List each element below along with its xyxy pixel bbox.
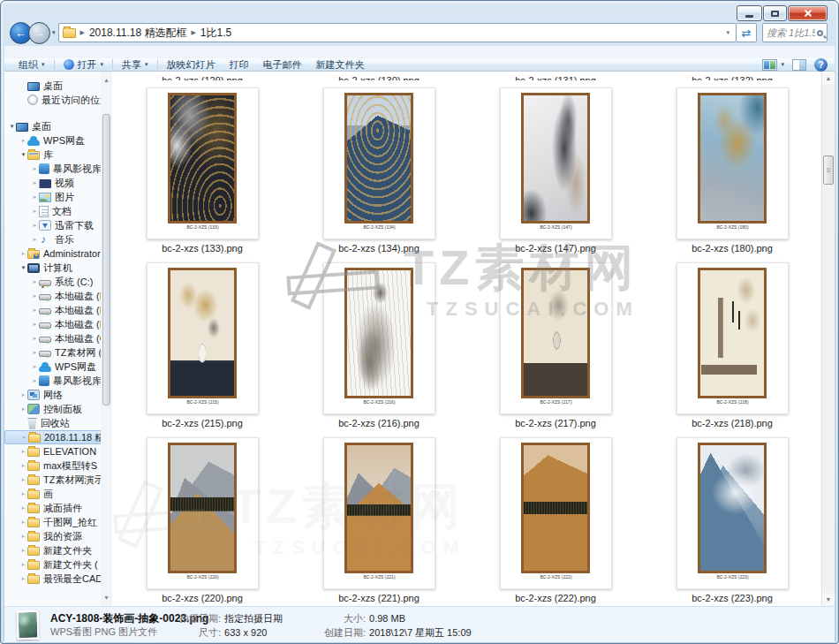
breadcrumb-label[interactable]: 2018.11.18 精选配框 [89,26,187,41]
tree-item[interactable]: ▸ 视频 [4,176,112,190]
sidebar-scrollbar[interactable]: ▲ ▼ [101,72,112,606]
twisty-icon[interactable]: ▸ [19,547,27,554]
twisty-icon[interactable]: ▸ [19,490,27,497]
file-name-clipped[interactable]: bc-2-xzs (131).png [467,72,644,80]
file-thumbnail[interactable]: BC-2-XZS (133) [147,87,259,239]
tree-item[interactable]: ▸ 控制面板 [4,402,112,416]
tree-item[interactable]: ▸ 画 [4,487,112,501]
file-item[interactable]: BC-2-XZS (221) bc-2-xzs (221).png [291,437,467,606]
twisty-icon[interactable]: ▸ [31,165,39,172]
file-name-label[interactable]: bc-2-xzs (133).png [114,243,291,254]
file-thumbnail[interactable]: BC-2-XZS (215) [147,262,259,414]
slideshow-button[interactable]: 放映幻灯片 [160,58,223,72]
twisty-icon[interactable]: ▸ [31,377,39,384]
scroll-up-icon[interactable]: ▲ [822,72,835,85]
content-scrollbar[interactable]: ▲ ▼ [821,72,835,606]
file-item[interactable]: BC-2-XZS (215) bc-2-xzs (215).png [114,262,291,437]
file-name-clipped[interactable]: bc-2-xzs (129).png [114,72,291,80]
shoot-date-value[interactable]: 指定拍摄日期 [224,611,283,625]
tree-item[interactable]: ▸ 本地磁盘 (D:) [4,289,112,303]
file-item[interactable]: BC-2-XZS (147) bc-2-xzs (147).png [467,87,644,262]
file-thumbnail[interactable]: BC-2-XZS (220) [147,437,259,589]
favorites-item[interactable]: 桌面 [4,79,112,93]
twisty-icon[interactable]: ▸ [19,391,27,398]
open-button[interactable]: 打开▾ [57,58,111,72]
minimize-button[interactable] [737,5,762,21]
breadcrumb-label[interactable]: 1比1.5 [200,26,231,41]
file-thumbnail[interactable]: BC-2-XZS (221) [323,437,435,589]
file-item[interactable]: BC-2-XZS (180) bc-2-xzs (180).png [644,87,820,262]
preview-pane-icon[interactable] [792,59,806,71]
twisty-icon[interactable]: ▸ [20,434,28,441]
tree-item[interactable]: ▸ 新建文件夹 ( [4,557,112,572]
email-button[interactable]: 电子邮件 [256,58,309,72]
twisty-icon[interactable]: ▾ [19,264,27,271]
file-name-label[interactable]: bc-2-xzs (220).png [114,593,291,603]
scroll-down-icon[interactable]: ▼ [822,593,835,606]
file-item[interactable]: BC-2-XZS (223) bc-2-xzs (223).png [644,437,820,606]
file-thumbnail[interactable]: BC-2-XZS (222) [500,437,612,589]
file-name-label[interactable]: bc-2-xzs (222).png [467,593,644,603]
tree-item[interactable]: ▸ 暴风影视库 [4,162,112,176]
file-name-label[interactable]: bc-2-xzs (221).png [291,593,467,603]
share-button[interactable]: 共享▾ [115,58,155,72]
tree-item[interactable]: ▸ WPS网盘 [4,360,112,374]
twisty-icon[interactable]: ▸ [19,575,27,582]
tree-item[interactable]: ▸ 迅雷下载 [4,218,112,232]
twisty-icon[interactable]: ▸ [19,405,27,413]
sidebar-scrollbar-thumb[interactable] [102,114,110,405]
print-button[interactable]: 打印 [223,58,256,72]
tree-item[interactable]: ▸ 我的资源 [4,529,112,543]
file-item[interactable]: BC-2-XZS (217) bc-2-xzs (217).png [467,262,644,437]
tree-item[interactable]: ▸ 文档 [4,204,112,218]
twisty-icon[interactable]: ▾ [8,123,16,130]
refresh-button[interactable]: ⇄ [737,23,757,42]
twisty-icon[interactable]: ▸ [31,292,39,299]
forward-button[interactable]: → [28,22,50,44]
scroll-up-icon[interactable]: ▲ [101,77,112,83]
tree-item[interactable]: ▸ 暴风影视库 [4,374,112,388]
file-name-label[interactable]: bc-2-xzs (215).png [114,418,291,428]
search-input[interactable]: 搜索 1比1.5 [762,23,828,42]
tree-item[interactable]: ▸ Administrator [4,246,112,261]
tree-item[interactable]: ▾ 库 [4,148,112,162]
twisty-icon[interactable]: ▸ [19,561,27,568]
twisty-icon[interactable]: ▸ [31,278,39,285]
tree-item[interactable]: ▸ 本地磁盘 (G:) [4,331,112,345]
new-folder-button[interactable]: 新建文件夹 [309,58,372,72]
file-item[interactable]: BC-2-XZS (134) bc-2-xzs (134).png [291,87,467,262]
tree-item[interactable]: ▸ 音乐 [4,232,112,246]
tree-item[interactable]: ▸ max模型转S [4,458,112,473]
file-item[interactable]: BC-2-XZS (222) bc-2-xzs (222).png [467,437,644,606]
tree-item[interactable]: ▸ 2018.11.18 精 [4,430,112,444]
twisty-icon[interactable]: ▸ [19,519,27,526]
change-view-dropdown-icon[interactable]: ▾ [781,61,784,68]
twisty-icon[interactable]: ▸ [31,307,39,314]
file-thumbnail[interactable]: BC-2-XZS (147) [500,87,612,239]
tree-item[interactable]: ▸ 本地磁盘 (F:) [4,317,112,331]
twisty-icon[interactable]: ▸ [19,250,27,257]
tree-item[interactable]: ▸ WPS网盘 [4,133,112,148]
file-item[interactable]: BC-2-XZS (133) bc-2-xzs (133).png [114,87,291,262]
twisty-icon[interactable]: ▸ [31,222,39,229]
twisty-icon[interactable]: ▸ [31,236,39,243]
tree-item[interactable]: ▸ TZ素材网 ( [4,345,112,360]
tree-item[interactable]: ▸ 千图网_抢红 [4,515,112,529]
twisty-icon[interactable]: ▸ [31,208,39,215]
breadcrumb[interactable]: ▾ ▶ 2018.11.18 精选配框 ▶ 1比1.5 [58,23,737,42]
twisty-icon[interactable]: ▸ [31,321,39,328]
file-name-clipped[interactable]: bc-2-xzs (130).png [291,72,467,80]
file-item[interactable]: BC-2-XZS (216) bc-2-xzs (216).png [291,262,467,437]
favorites-item[interactable]: 最近访问的位置 [4,93,112,107]
file-thumbnail[interactable]: BC-2-XZS (217) [500,262,612,414]
tree-item[interactable]: ▸ TZ素材网演示 [4,473,112,487]
file-name-label[interactable]: bc-2-xzs (180).png [644,243,820,254]
file-name-label[interactable]: bc-2-xzs (218).png [644,418,820,428]
tree-item[interactable]: ▸ 系统 (C:) [4,275,112,289]
maximize-button[interactable] [763,5,787,21]
tree-item[interactable]: ▸ 网络 [4,388,112,402]
content-scrollbar-thumb[interactable] [823,155,834,185]
tree-item[interactable]: 回收站 [4,416,112,430]
twisty-icon[interactable]: ▸ [31,193,39,201]
file-thumbnail[interactable]: BC-2-XZS (134) [323,87,435,239]
